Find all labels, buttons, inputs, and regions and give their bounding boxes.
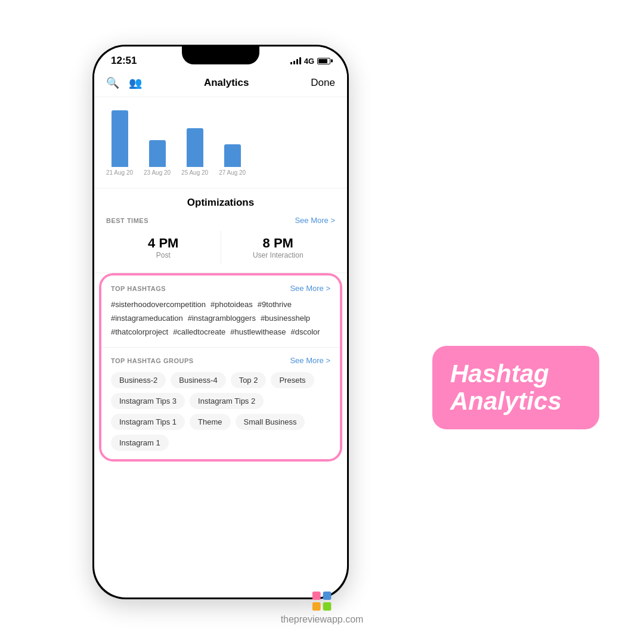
- hashtags-see-more[interactable]: See More >: [290, 284, 330, 293]
- hashtag-tag: #calledtocreate: [173, 327, 225, 336]
- svg-rect-3: [323, 602, 332, 611]
- users-icon[interactable]: 👥: [129, 76, 142, 89]
- hashtag-tag: #thatcolorproject: [111, 327, 168, 336]
- groups-section-header: TOP HASHTAG GROUPS See More >: [111, 356, 330, 365]
- badge-line2: Analytics: [450, 387, 562, 415]
- svg-rect-0: [312, 592, 321, 600]
- signal-icon: [290, 57, 301, 64]
- groups-see-more[interactable]: See More >: [290, 356, 330, 365]
- top-hashtags-section: TOP HASHTAGS See More > #sisterhoodoverc…: [101, 275, 340, 347]
- done-button[interactable]: Done: [311, 77, 335, 89]
- svg-rect-1: [323, 592, 332, 600]
- groups-label: TOP HASHTAG GROUPS: [111, 357, 194, 364]
- hashtag-tag: #hustlewithease: [230, 327, 286, 336]
- bar-2: [149, 140, 166, 167]
- group-chip[interactable]: Top 2: [231, 372, 267, 388]
- phone-mockup: 12:51 4G 🔍: [92, 45, 349, 599]
- brand-url: thepreviewapp.com: [281, 614, 364, 624]
- app-header: 🔍 👥 Analytics Done: [94, 72, 347, 97]
- interaction-time-desc: User Interaction: [221, 251, 336, 259]
- hashtag-tag: #sisterhoodovercompetition: [111, 300, 206, 309]
- chart-area: 21 Aug 20 23 Aug 20 25 Aug 20 27 Aug 20: [94, 97, 347, 188]
- hashtag-tag: #businesshelp: [261, 314, 310, 323]
- bar-group-3: 25 Aug 20: [181, 128, 208, 176]
- group-chip[interactable]: Business-4: [171, 372, 225, 388]
- bar-group-2: 23 Aug 20: [144, 140, 171, 176]
- best-times-label: BEST TIMES: [106, 217, 148, 224]
- interaction-time-value: 8 PM: [221, 236, 336, 251]
- hashtag-tags-list: #sisterhoodovercompetition #photoideas #…: [111, 300, 330, 336]
- group-chip[interactable]: Instagram Tips 1: [111, 414, 185, 430]
- logo-icon: [312, 592, 332, 611]
- bar-1: [112, 110, 128, 167]
- badge-text: Hashtag Analytics: [450, 360, 581, 415]
- hashtag-tag: #instagrambloggers: [188, 314, 256, 323]
- bar-label-3: 25 Aug 20: [181, 169, 208, 176]
- svg-rect-2: [312, 602, 321, 611]
- header-left-icons: 🔍 👥: [106, 76, 142, 89]
- phone-screen: 12:51 4G 🔍: [94, 47, 347, 597]
- group-chip[interactable]: Theme: [190, 414, 230, 430]
- hashtag-tag: #dscolor: [291, 327, 320, 336]
- network-label: 4G: [304, 57, 314, 66]
- group-chips-list: Business-2 Business-4 Top 2 Presets Inst…: [111, 372, 330, 451]
- optimizations-section: Optimizations BEST TIMES See More > 4 PM…: [94, 188, 347, 273]
- status-time: 12:51: [111, 55, 137, 67]
- hashtag-analytics-badge: Hashtag Analytics: [432, 346, 599, 429]
- bar-chart: 21 Aug 20 23 Aug 20 25 Aug 20 27 Aug 20: [106, 107, 335, 178]
- hashtags-label: TOP HASHTAGS: [111, 285, 166, 292]
- optimizations-title: Optimizations: [106, 197, 335, 209]
- best-times-see-more[interactable]: See More >: [295, 216, 335, 225]
- time-item-interaction: 8 PM User Interaction: [221, 231, 336, 264]
- search-icon[interactable]: 🔍: [106, 76, 119, 89]
- status-icons: 4G: [290, 57, 330, 66]
- battery-icon: [317, 58, 330, 64]
- group-chip[interactable]: Presets: [271, 372, 314, 388]
- hashtag-tag: #9tothrive: [258, 300, 292, 309]
- group-chip[interactable]: Instagram 1: [111, 435, 169, 451]
- group-chip[interactable]: Instagram Tips 2: [190, 393, 264, 409]
- pink-highlight-box: TOP HASHTAGS See More > #sisterhoodoverc…: [99, 273, 342, 462]
- brand-logo: [312, 592, 332, 611]
- hashtag-tag: #photoideas: [210, 300, 253, 309]
- phone-notch: [182, 47, 259, 64]
- best-times-header: BEST TIMES See More >: [106, 216, 335, 225]
- bar-4: [224, 144, 241, 167]
- time-item-post: 4 PM Post: [106, 231, 221, 264]
- bar-label-1: 21 Aug 20: [106, 169, 133, 176]
- hashtags-section-header: TOP HASHTAGS See More >: [111, 284, 330, 293]
- bar-label-4: 27 Aug 20: [219, 169, 246, 176]
- bar-3: [187, 128, 203, 167]
- post-time-desc: Post: [106, 251, 221, 259]
- badge-line1: Hashtag: [450, 360, 549, 388]
- branding: thepreviewapp.com: [281, 592, 364, 625]
- bar-group-4: 27 Aug 20: [219, 144, 246, 176]
- bar-label-2: 23 Aug 20: [144, 169, 171, 176]
- bar-group-1: 21 Aug 20: [106, 110, 133, 176]
- post-time-value: 4 PM: [106, 236, 221, 251]
- times-row: 4 PM Post 8 PM User Interaction: [106, 231, 335, 264]
- page-title: Analytics: [204, 77, 249, 89]
- hashtag-tag: #instagrameducation: [111, 314, 183, 323]
- group-chip[interactable]: Small Business: [236, 414, 305, 430]
- page-container: 12:51 4G 🔍: [0, 0, 644, 644]
- group-chip[interactable]: Instagram Tips 3: [111, 393, 185, 409]
- top-hashtag-groups-section: TOP HASHTAG GROUPS See More > Business-2…: [101, 347, 340, 459]
- group-chip[interactable]: Business-2: [111, 372, 166, 388]
